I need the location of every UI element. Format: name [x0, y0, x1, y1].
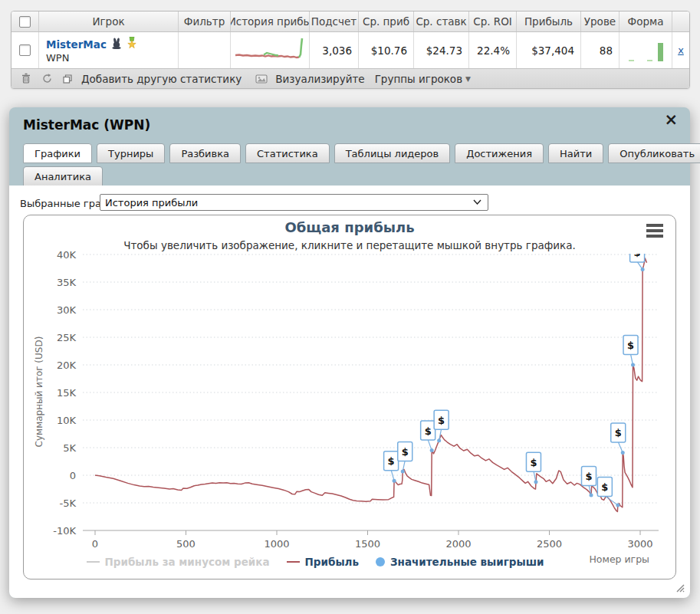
y-tick-label: 0 — [70, 470, 76, 481]
select-all-checkbox[interactable] — [19, 16, 31, 28]
chevron-down-icon — [473, 199, 481, 205]
column-header-7[interactable]: Ср. ROI — [469, 11, 517, 31]
delete-icon[interactable] — [19, 72, 33, 86]
form-bar-0 — [629, 60, 634, 61]
tab-статистика[interactable]: Статистика — [245, 143, 330, 163]
y-tick-label: -5K — [60, 497, 77, 509]
column-header-empty — [672, 11, 689, 31]
column-header-8[interactable]: Прибыль — [517, 11, 581, 31]
significant-win-marker[interactable]: $ — [398, 442, 412, 473]
filter-cell — [179, 32, 231, 68]
chart-legend: Прибыль за минусом рейкаПрибыльЗначитель… — [24, 556, 606, 568]
remove-row-link[interactable]: x — [678, 44, 684, 56]
avg-profit-value: $10.76 — [359, 32, 414, 68]
player-groups-dropdown[interactable]: Группы игроков ▼ — [375, 73, 471, 85]
chevron-down-icon: ▼ — [465, 75, 471, 83]
tab-графики[interactable]: Графики — [23, 143, 92, 163]
visualize-button[interactable]: Визуализируйте — [275, 73, 364, 85]
add-statistic-button[interactable]: Добавить другую статистику — [81, 73, 242, 85]
table-row: MisterMac — [12, 32, 689, 69]
y-tick-label: 10K — [57, 415, 77, 426]
tabs-row-2: Аналитика — [23, 166, 103, 186]
x-tick-label: 2000 — [445, 538, 471, 550]
dollar-icon: $ — [425, 425, 432, 437]
profit-history-sparkline — [231, 32, 310, 68]
chart-plot-area[interactable]: 40K35K30K25K20K15K10K5K0-5K-10K050010001… — [24, 215, 675, 579]
dollar-icon: $ — [627, 340, 634, 351]
x-tick-label: 3000 — [627, 538, 652, 550]
column-header-6[interactable]: Ср. ставк — [414, 11, 469, 31]
dollar-icon: $ — [530, 457, 537, 468]
legend-line-swatch — [287, 561, 300, 563]
legend-item-marker[interactable]: Значительные выигрыши — [376, 556, 544, 568]
player-details-modal: MisterMac (WPN) × ГрафикиТурнирыРазбивка… — [9, 107, 690, 598]
dollar-icon: $ — [402, 446, 409, 458]
x-tick-label: 1500 — [355, 538, 380, 550]
significant-win-marker[interactable]: $ — [623, 336, 638, 367]
significant-win-marker[interactable]: $ — [434, 410, 449, 442]
profit-line-series — [95, 258, 647, 512]
legend-label: Значительные выигрыши — [390, 556, 544, 568]
profit-chart-panel[interactable]: Общая прибыль Чтобы увеличить изображени… — [23, 215, 676, 580]
close-icon[interactable]: × — [664, 112, 678, 127]
form-bar-1 — [647, 60, 652, 61]
column-header-2[interactable]: Фильтр — [179, 11, 231, 31]
resize-handle-icon[interactable] — [675, 581, 685, 596]
x-tick-label: 500 — [176, 538, 196, 550]
count-value: 3,036 — [310, 32, 359, 68]
significant-win-marker[interactable]: $ — [526, 452, 541, 484]
tab-опубликовать[interactable]: Опубликовать — [608, 143, 700, 163]
significant-win-marker[interactable]: $ — [611, 423, 626, 455]
x-tick-label: 1000 — [264, 538, 289, 550]
tab-достижения[interactable]: Достижения — [455, 143, 544, 163]
profit-value: $37,404 — [517, 32, 581, 68]
player-name-link[interactable]: MisterMac — [46, 38, 107, 51]
column-header-9[interactable]: Урове — [581, 11, 619, 31]
copy-icon[interactable] — [61, 72, 74, 86]
significant-win-marker[interactable]: $ — [582, 466, 596, 497]
y-tick-label: 20K — [57, 360, 77, 371]
tabs-row-1: ГрафикиТурнирыРазбивкаСтатистикаТаблицы … — [23, 143, 700, 163]
y-tick-label: -10K — [53, 525, 76, 537]
significant-win-marker[interactable]: $ — [630, 243, 645, 271]
legend-line-swatch — [87, 561, 100, 563]
y-axis-title: Суммарный итог (USD) — [34, 337, 44, 448]
graph-select-value: История прибыли — [105, 197, 198, 208]
legend-item-disabled-line[interactable]: Прибыль за минусом рейка — [87, 556, 270, 568]
dollar-icon: $ — [438, 415, 445, 426]
tab-таблицы-лидеров[interactable]: Таблицы лидеров — [334, 143, 451, 163]
legend-label: Прибыль — [305, 556, 359, 568]
level-value: 88 — [581, 32, 619, 68]
visualize-icon[interactable] — [255, 72, 268, 86]
significant-win-marker[interactable]: $ — [384, 451, 399, 483]
y-tick-label: 30K — [57, 304, 77, 316]
form-bar-2 — [658, 43, 663, 61]
tab-разбивка[interactable]: Разбивка — [169, 143, 241, 163]
dollar-icon: $ — [601, 481, 608, 493]
dollar-icon: $ — [615, 427, 622, 438]
player-stats-table: ИгрокФильтрИстория прибыПодсчетСр. прибС… — [11, 11, 690, 89]
avg-stake-value: $24.73 — [414, 32, 469, 68]
dollar-icon: $ — [634, 247, 641, 258]
column-header-5[interactable]: Ср. приб — [359, 11, 414, 31]
modal-title: MisterMac (WPN) — [23, 117, 150, 133]
column-header-1[interactable]: Игрок — [39, 11, 179, 31]
player-groups-label: Группы игроков — [375, 73, 462, 85]
tab-турниры[interactable]: Турниры — [97, 143, 165, 163]
y-tick-label: 25K — [57, 332, 77, 343]
y-tick-label: 40K — [57, 249, 77, 261]
y-tick-label: 35K — [57, 277, 77, 288]
row-checkbox[interactable] — [19, 44, 31, 56]
column-header-4[interactable]: Подсчет — [310, 11, 359, 31]
graph-select[interactable]: История прибыли — [100, 194, 488, 211]
refresh-icon[interactable] — [40, 72, 54, 86]
column-header-3[interactable]: История прибы — [231, 11, 310, 31]
tab-аналитика[interactable]: Аналитика — [23, 166, 103, 186]
legend-item-line[interactable]: Прибыль — [287, 556, 359, 568]
form-cell — [619, 32, 672, 68]
table-header-row: ИгрокФильтрИстория прибыПодсчетСр. прибС… — [12, 11, 689, 32]
tab-найти[interactable]: Найти — [548, 143, 603, 163]
modal-body: Выбранные графики: История прибыли Общая… — [9, 186, 690, 598]
column-header-10[interactable]: Форма — [619, 11, 672, 31]
player-badge-icon — [111, 38, 122, 51]
